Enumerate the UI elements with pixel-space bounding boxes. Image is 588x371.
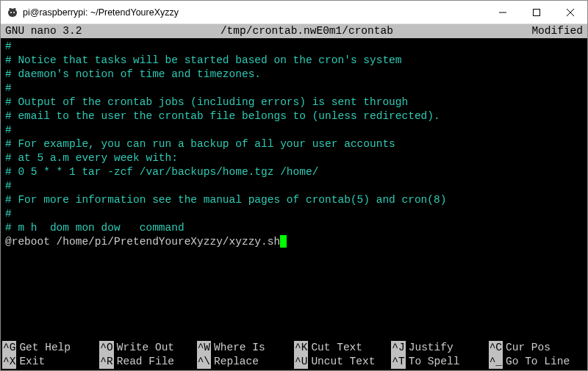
shortcut-key: ^_ — [489, 355, 503, 369]
text-cursor — [280, 235, 287, 248]
editor-line: # — [5, 179, 583, 193]
shortcut-label: Justify — [409, 341, 453, 355]
nano-status: Modified — [509, 24, 583, 38]
shortcut-key: ^C — [489, 341, 503, 355]
editor-line: # Notice that tasks will be started base… — [5, 54, 583, 68]
terminal[interactable]: GNU nano 3.2 /tmp/crontab.nwE0m1/crontab… — [1, 24, 587, 370]
shortcut-item[interactable]: ^\ Replace — [197, 355, 294, 369]
shortcut-label: Replace — [214, 355, 259, 369]
editor-line: # — [5, 40, 583, 54]
shortcut-key: ^R — [99, 355, 113, 369]
editor-line: @reboot /home/pi/PretendYoureXyzzy/xyzzy… — [5, 235, 583, 249]
editor-line: # For more information see the manual pa… — [5, 193, 583, 207]
shortcut-item[interactable]: ^T To Spell — [391, 355, 488, 369]
shortcut-label: Where Is — [214, 341, 265, 355]
shortcut-item[interactable]: ^X Exit — [2, 355, 99, 369]
shortcut-key: ^T — [391, 355, 405, 369]
shortcut-label: Go To Line — [506, 355, 570, 369]
shortcut-item[interactable]: ^G Get Help — [2, 341, 99, 355]
shortcut-key: ^W — [197, 341, 211, 355]
editor-line: # Output of the crontab jobs (including … — [5, 96, 583, 109]
editor-line: # m h dom mon dow command — [5, 221, 583, 235]
editor-line: # email to the user the crontab file bel… — [5, 109, 583, 123]
shortcut-key: ^O — [99, 341, 113, 355]
shortcut-label: Read File — [117, 355, 174, 369]
shortcut-label: Cut Text — [311, 341, 362, 355]
shortcut-item[interactable]: ^K Cut Text — [294, 341, 391, 355]
shortcut-item[interactable]: ^C Cur Pos — [489, 341, 586, 355]
shortcut-label: To Spell — [409, 355, 460, 369]
editor-line: # at 5 a.m every week with: — [5, 151, 583, 165]
svg-point-1 — [13, 12, 15, 13]
shortcut-key: ^J — [391, 341, 405, 355]
window-title: pi@raspberrypi: ~/PretendYoureXyzzy — [23, 7, 179, 18]
nano-filepath: /tmp/crontab.nwE0m1/crontab — [104, 24, 509, 38]
shortcut-label: Cur Pos — [506, 341, 551, 355]
shortcut-label: Get Help — [19, 341, 71, 355]
shortcut-item[interactable]: ^_ Go To Line — [489, 355, 586, 369]
shortcut-label: Write Out — [117, 341, 174, 355]
editor-area[interactable]: ## Notice that tasks will be started bas… — [1, 38, 587, 341]
shortcut-key: ^K — [294, 341, 308, 355]
editor-line: # daemon's notion of time and timezones. — [5, 68, 583, 82]
close-button[interactable] — [553, 1, 587, 24]
minimize-button[interactable] — [486, 1, 520, 24]
editor-line: # — [5, 82, 583, 96]
nano-version: GNU nano 3.2 — [5, 24, 104, 38]
svg-rect-3 — [534, 9, 540, 15]
shortcut-label: Exit — [19, 355, 45, 369]
shortcut-bar: ^G Get Help^O Write Out^W Where Is^K Cut… — [1, 341, 587, 370]
shortcut-item[interactable]: ^R Read File — [99, 355, 196, 369]
editor-line: # — [5, 207, 583, 221]
shortcut-key: ^U — [294, 355, 308, 369]
shortcut-item[interactable]: ^W Where Is — [197, 341, 294, 355]
editor-line: # For example, you can run a backup of a… — [5, 137, 583, 151]
titlebar[interactable]: pi@raspberrypi: ~/PretendYoureXyzzy — [1, 1, 587, 24]
shortcut-label: Uncut Text — [311, 355, 375, 369]
editor-line: # — [5, 123, 583, 137]
shortcut-key: ^X — [2, 355, 16, 369]
app-icon — [7, 7, 18, 18]
shortcut-item[interactable]: ^J Justify — [391, 341, 488, 355]
nano-header: GNU nano 3.2 /tmp/crontab.nwE0m1/crontab… — [1, 24, 587, 38]
svg-point-0 — [10, 12, 12, 13]
editor-line: # 0 5 * * 1 tar -zcf /var/backups/home.t… — [5, 165, 583, 179]
shortcut-key: ^G — [2, 341, 16, 355]
shortcut-item[interactable]: ^U Uncut Text — [294, 355, 391, 369]
shortcut-item[interactable]: ^O Write Out — [99, 341, 196, 355]
shortcut-key: ^\ — [197, 355, 211, 369]
maximize-button[interactable] — [520, 1, 553, 24]
app-window: pi@raspberrypi: ~/PretendYoureXyzzy GNU … — [0, 0, 588, 371]
